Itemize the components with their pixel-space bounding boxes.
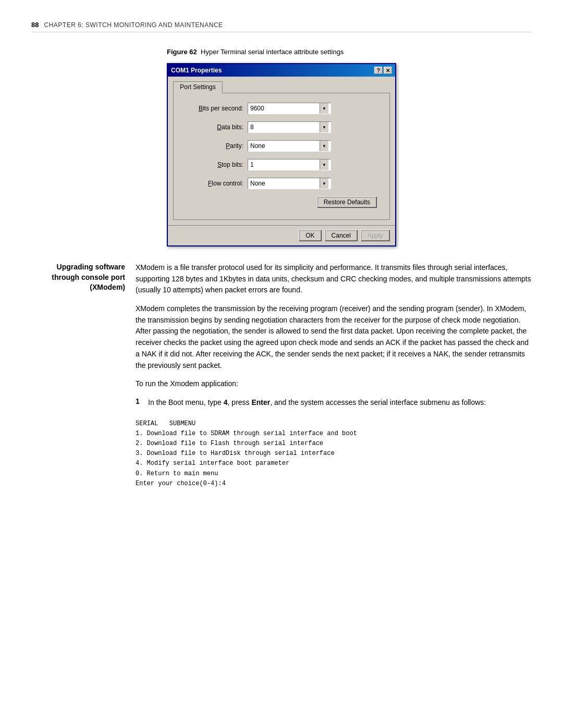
dialog-title: COM1 Properties: [171, 67, 222, 74]
paragraph-2: XModem completes the transmission by the…: [136, 303, 532, 371]
restore-defaults-button[interactable]: Restore Defaults: [317, 196, 377, 208]
tab-port-settings[interactable]: Port Settings: [173, 81, 223, 93]
select-data-value: 8: [250, 124, 320, 131]
step-1-text: In the Boot menu, type 4, press Enter, a…: [148, 397, 486, 409]
figure-container: Figure 62 Hyper Terminal serial interfac…: [31, 48, 532, 246]
paragraph-1: XModem is a file transfer protocol used …: [136, 262, 532, 296]
content-area: Upgrading software through console port …: [31, 262, 532, 492]
field-parity: Parity: None ▼: [186, 140, 377, 152]
tab-content: Bits per second: 9600 ▼ Data bits:: [173, 93, 390, 220]
select-parity-arrow[interactable]: ▼: [320, 141, 328, 151]
dialog-footer: OK Cancel Apply: [168, 225, 395, 245]
select-flow-value: None: [250, 180, 320, 187]
left-sidebar: Upgrading software through console port …: [31, 262, 136, 492]
select-bits-per-second[interactable]: 9600 ▼: [248, 103, 331, 114]
cancel-button[interactable]: Cancel: [325, 230, 358, 241]
select-parity[interactable]: None ▼: [248, 140, 331, 152]
dialog-body: Port Settings Bits per second: 9600 ▼: [168, 77, 395, 225]
select-stop-bits[interactable]: 1 ▼: [248, 159, 331, 170]
select-bits-value: 9600: [250, 105, 320, 112]
close-button[interactable]: ✕: [384, 67, 392, 74]
select-flow-arrow[interactable]: ▼: [320, 178, 328, 189]
dialog-titlebar: COM1 Properties ? ✕: [168, 64, 395, 77]
figure-caption-text: Hyper Terminal serial interface attribut…: [201, 48, 344, 56]
label-stop-bits: Stop bits:: [186, 161, 243, 168]
select-flow-control[interactable]: None ▼: [248, 178, 331, 189]
help-button[interactable]: ?: [374, 67, 383, 74]
page-header: 88 Chapter 6: Switch Monitoring and Main…: [31, 21, 532, 32]
field-flow-control: Flow control: None ▼: [186, 178, 377, 189]
apply-button[interactable]: Apply: [361, 230, 390, 241]
figure-label: Figure 62: [167, 48, 197, 56]
field-bits-per-second: Bits per second: 9600 ▼: [186, 103, 377, 114]
step-1: 1 In the Boot menu, type 4, press Enter,…: [136, 397, 532, 409]
select-stop-arrow[interactable]: ▼: [320, 159, 328, 170]
select-bits-arrow[interactable]: ▼: [320, 103, 328, 114]
label-parity: Parity:: [186, 142, 243, 150]
page-container: 88 Chapter 6: Switch Monitoring and Main…: [0, 0, 563, 728]
step-number: 1: [136, 397, 144, 409]
tab-bar: Port Settings: [173, 81, 390, 93]
label-data-bits: Data bits:: [186, 124, 243, 131]
titlebar-buttons: ? ✕: [374, 67, 392, 74]
com1-properties-dialog: COM1 Properties ? ✕ Port Settings: [167, 63, 396, 246]
chapter-title: Chapter 6: Switch Monitoring and Mainten…: [44, 21, 223, 29]
main-text: XModem is a file transfer protocol used …: [136, 262, 532, 492]
restore-defaults-area: Restore Defaults: [186, 196, 377, 208]
field-data-bits: Data bits: 8 ▼: [186, 121, 377, 133]
select-parity-value: None: [250, 142, 320, 150]
select-data-arrow[interactable]: ▼: [320, 122, 328, 132]
ok-button[interactable]: OK: [299, 230, 321, 241]
section-heading: Upgrading software through console port …: [31, 262, 125, 293]
figure-caption: Figure 62 Hyper Terminal serial interfac…: [167, 48, 396, 56]
select-data-bits[interactable]: 8 ▼: [248, 121, 331, 133]
field-stop-bits: Stop bits: 1 ▼: [186, 159, 377, 170]
paragraph-3: To run the Xmodem application:: [136, 378, 532, 390]
label-flow-control: Flow control:: [186, 180, 243, 187]
label-bits-per-second: Bits per second:: [186, 105, 243, 112]
page-number: 88: [31, 21, 39, 29]
select-stop-value: 1: [250, 161, 320, 168]
code-block: SERIAL SUBMENU 1. Download file to SDRAM…: [136, 416, 532, 492]
